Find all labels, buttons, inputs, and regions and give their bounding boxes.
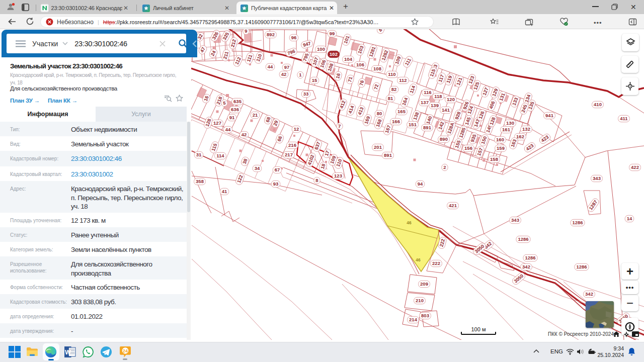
svg-text:100: 100 bbox=[317, 46, 325, 52]
svg-text:W: W bbox=[65, 349, 71, 356]
svg-text:44: 44 bbox=[268, 64, 273, 69]
svg-text:342: 342 bbox=[522, 264, 530, 269]
svg-text:96: 96 bbox=[291, 35, 297, 40]
svg-text:31: 31 bbox=[196, 152, 202, 157]
svg-text:127: 127 bbox=[213, 120, 221, 126]
svg-text:2: 2 bbox=[443, 164, 446, 170]
svg-text:8: 8 bbox=[315, 177, 318, 183]
svg-text:108: 108 bbox=[373, 66, 381, 71]
svg-text:42: 42 bbox=[281, 71, 287, 77]
svg-text:165: 165 bbox=[397, 109, 406, 114]
svg-text:24: 24 bbox=[123, 348, 128, 353]
svg-text:139: 139 bbox=[431, 103, 439, 108]
svg-text:941: 941 bbox=[545, 113, 554, 118]
svg-text:158: 158 bbox=[490, 156, 498, 162]
svg-text:891: 891 bbox=[384, 152, 392, 158]
svg-text:217: 217 bbox=[285, 152, 293, 157]
svg-text:636: 636 bbox=[231, 107, 239, 112]
svg-text:99: 99 bbox=[330, 31, 335, 36]
svg-text:214: 214 bbox=[409, 317, 418, 322]
svg-text:21: 21 bbox=[253, 112, 258, 118]
svg-text:112: 112 bbox=[399, 77, 407, 83]
svg-text:33: 33 bbox=[303, 91, 309, 97]
svg-text:7: 7 bbox=[338, 123, 341, 129]
svg-text:1: 1 bbox=[299, 72, 302, 77]
svg-text:67: 67 bbox=[275, 167, 280, 172]
svg-text:892: 892 bbox=[267, 32, 275, 37]
svg-text:12: 12 bbox=[294, 126, 299, 132]
svg-text:166: 166 bbox=[392, 119, 400, 124]
svg-text:120: 120 bbox=[447, 97, 455, 102]
svg-text:141: 141 bbox=[442, 107, 450, 113]
svg-text:342: 342 bbox=[585, 291, 593, 297]
svg-text:1286: 1286 bbox=[518, 236, 528, 242]
svg-text:123: 123 bbox=[334, 173, 342, 178]
svg-text:1286: 1286 bbox=[525, 255, 535, 260]
svg-text:156: 156 bbox=[464, 145, 472, 151]
svg-text:130: 130 bbox=[506, 120, 514, 126]
svg-text:102: 102 bbox=[330, 51, 338, 57]
svg-text:100 м: 100 м bbox=[471, 326, 486, 332]
svg-text:104: 104 bbox=[344, 56, 353, 62]
svg-text:106: 106 bbox=[356, 62, 364, 67]
svg-text:891: 891 bbox=[423, 125, 432, 130]
svg-text:222: 222 bbox=[432, 260, 440, 266]
svg-text:1286: 1286 bbox=[572, 220, 583, 225]
svg-text:132: 132 bbox=[522, 126, 530, 132]
svg-text:201: 201 bbox=[374, 144, 382, 150]
svg-text:34: 34 bbox=[255, 165, 260, 171]
svg-text:46: 46 bbox=[416, 257, 421, 262]
svg-text:159: 159 bbox=[497, 145, 505, 151]
svg-text:410: 410 bbox=[594, 102, 602, 107]
svg-text:91: 91 bbox=[229, 115, 235, 120]
svg-text:118: 118 bbox=[434, 94, 442, 99]
svg-text:160: 160 bbox=[496, 137, 504, 142]
svg-text:635: 635 bbox=[233, 99, 242, 104]
svg-text:890: 890 bbox=[440, 136, 448, 142]
svg-text:114: 114 bbox=[216, 153, 224, 158]
svg-text:41: 41 bbox=[222, 189, 227, 194]
svg-text:44: 44 bbox=[225, 127, 231, 132]
svg-text:81: 81 bbox=[388, 96, 393, 101]
svg-text:46: 46 bbox=[407, 220, 412, 225]
svg-text:411: 411 bbox=[620, 116, 628, 121]
svg-text:343: 343 bbox=[511, 217, 519, 223]
svg-text:94: 94 bbox=[418, 181, 423, 187]
svg-text:80: 80 bbox=[377, 111, 382, 116]
svg-text:803: 803 bbox=[421, 313, 429, 318]
svg-text:358: 358 bbox=[196, 178, 204, 184]
svg-text:97: 97 bbox=[284, 64, 290, 70]
svg-text:162: 162 bbox=[516, 134, 524, 139]
svg-text:137: 137 bbox=[421, 100, 429, 105]
svg-text:343: 343 bbox=[593, 175, 601, 181]
svg-text:161: 161 bbox=[502, 127, 511, 132]
svg-text:116: 116 bbox=[424, 89, 431, 95]
svg-text:110: 110 bbox=[388, 71, 395, 77]
svg-text:1286: 1286 bbox=[576, 264, 587, 269]
svg-text:42: 42 bbox=[242, 132, 247, 137]
svg-text:210: 210 bbox=[416, 298, 424, 303]
svg-text:209: 209 bbox=[420, 281, 428, 287]
svg-text:82: 82 bbox=[391, 86, 397, 92]
svg-text:216: 216 bbox=[288, 142, 296, 148]
svg-text:9: 9 bbox=[245, 29, 247, 34]
svg-text:5: 5 bbox=[223, 100, 226, 106]
svg-text:14: 14 bbox=[627, 216, 632, 221]
svg-text:422: 422 bbox=[631, 164, 639, 170]
svg-text:15: 15 bbox=[312, 77, 317, 83]
svg-text:421: 421 bbox=[449, 203, 457, 208]
svg-text:93: 93 bbox=[273, 181, 279, 187]
svg-text:151: 151 bbox=[409, 122, 417, 127]
